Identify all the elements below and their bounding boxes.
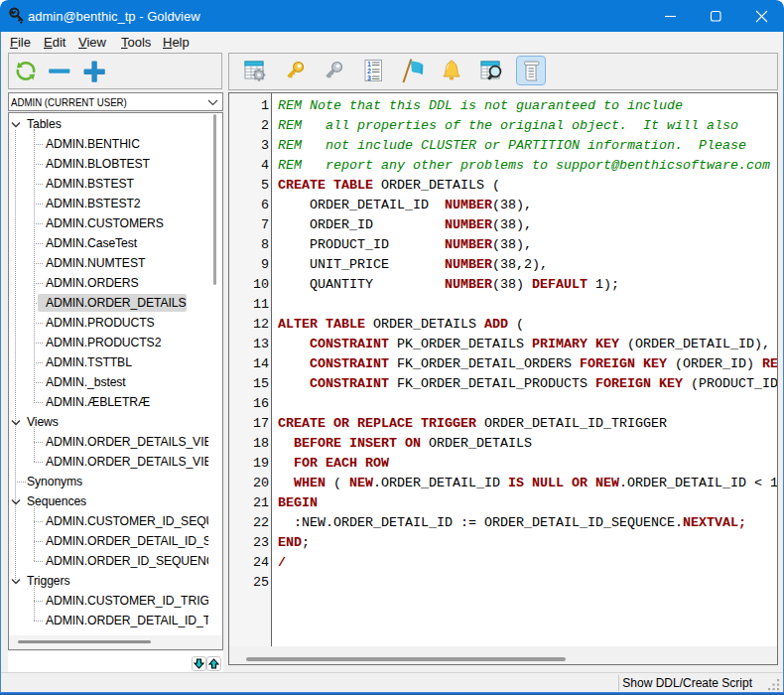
svg-text:1: 1 xyxy=(367,61,371,68)
svg-text:3: 3 xyxy=(367,74,371,81)
svg-text:2: 2 xyxy=(367,68,371,74)
